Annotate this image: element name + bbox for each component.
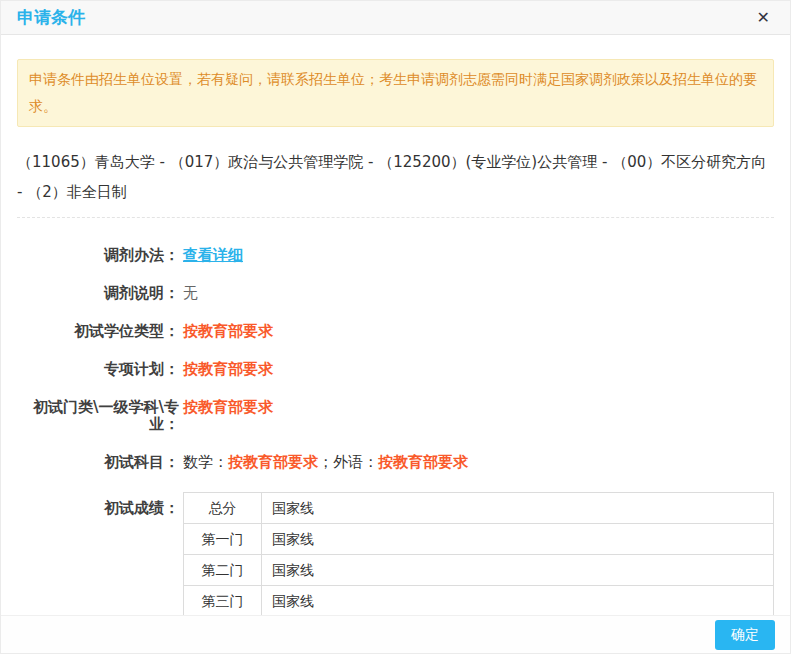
dialog-footer: 确定 xyxy=(1,615,790,653)
score-value-cell: 国家线 xyxy=(262,524,774,555)
table-row: 第一门 国家线 xyxy=(184,524,774,555)
scores-label: 初试成绩： xyxy=(17,492,179,517)
program-info: （11065）青岛大学 - （017）政治与公共管理学院 - （125200）(… xyxy=(17,147,774,218)
score-value-cell: 国家线 xyxy=(262,586,774,617)
form-row-transfer-note: 调剂说明： 无 xyxy=(17,285,774,302)
form-row-discipline: 初试门类\一级学科\专业： 按教育部要求 xyxy=(17,399,774,433)
dialog-title: 申请条件 xyxy=(17,6,85,29)
score-name-cell: 第一门 xyxy=(184,524,262,555)
conditions-form: 调剂办法： 查看详细 调剂说明： 无 初试学位类型： 按教育部要求 专项计划： … xyxy=(17,247,774,648)
form-row-degree-type: 初试学位类型： 按教育部要求 xyxy=(17,323,774,340)
table-row: 第三门 国家线 xyxy=(184,586,774,617)
score-name-cell: 总分 xyxy=(184,493,262,524)
subjects-foreign-label: ；外语： xyxy=(318,453,378,471)
degree-type-label: 初试学位类型： xyxy=(17,323,179,340)
subjects-label: 初试科目： xyxy=(17,454,179,471)
form-row-transfer-method: 调剂办法： 查看详细 xyxy=(17,247,774,264)
transfer-method-label: 调剂办法： xyxy=(17,247,179,264)
transfer-note-value: 无 xyxy=(183,285,198,302)
notice-banner: 申请条件由招生单位设置，若有疑问，请联系招生单位；考生申请调剂志愿需同时满足国家… xyxy=(17,59,774,127)
special-plan-value: 按教育部要求 xyxy=(183,361,273,378)
transfer-note-label: 调剂说明： xyxy=(17,285,179,302)
subjects-math-value: 按教育部要求 xyxy=(228,453,318,471)
dialog-body: 申请条件由招生单位设置，若有疑问，请联系招生单位；考生申请调剂志愿需同时满足国家… xyxy=(1,59,790,648)
table-row: 总分 国家线 xyxy=(184,493,774,524)
score-value-cell: 国家线 xyxy=(262,493,774,524)
notice-text: 申请条件由招生单位设置，若有疑问，请联系招生单位；考生申请调剂志愿需同时满足国家… xyxy=(29,71,757,114)
discipline-value: 按教育部要求 xyxy=(183,399,273,416)
score-name-cell: 第三门 xyxy=(184,586,262,617)
subjects-value: 数学：按教育部要求；外语：按教育部要求 xyxy=(183,454,468,471)
score-value-cell: 国家线 xyxy=(262,555,774,586)
confirm-button[interactable]: 确定 xyxy=(715,620,775,650)
discipline-label: 初试门类\一级学科\专业： xyxy=(17,399,179,433)
score-name-cell: 第二门 xyxy=(184,555,262,586)
application-conditions-dialog: 申请条件 ✕ 申请条件由招生单位设置，若有疑问，请联系招生单位；考生申请调剂志愿… xyxy=(0,0,791,654)
view-detail-link[interactable]: 查看详细 xyxy=(183,246,243,264)
form-row-special-plan: 专项计划： 按教育部要求 xyxy=(17,361,774,378)
subjects-foreign-value: 按教育部要求 xyxy=(378,453,468,471)
degree-type-value: 按教育部要求 xyxy=(183,323,273,340)
subjects-math-label: 数学： xyxy=(183,453,228,471)
table-row: 第二门 国家线 xyxy=(184,555,774,586)
form-row-subjects: 初试科目： 数学：按教育部要求；外语：按教育部要求 xyxy=(17,454,774,471)
special-plan-label: 专项计划： xyxy=(17,361,179,378)
dialog-header: 申请条件 ✕ xyxy=(1,1,790,35)
close-icon[interactable]: ✕ xyxy=(753,8,774,28)
